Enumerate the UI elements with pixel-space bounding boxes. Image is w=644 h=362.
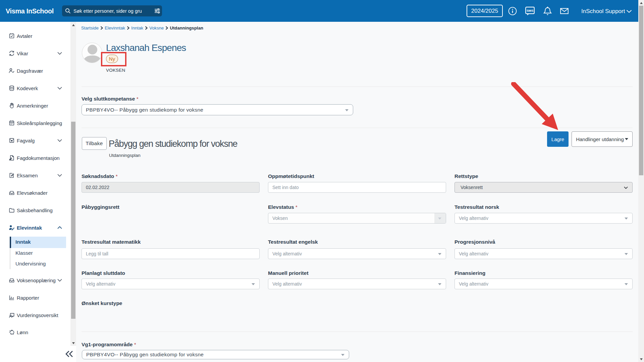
svg-text:SMS: SMS	[527, 9, 534, 12]
